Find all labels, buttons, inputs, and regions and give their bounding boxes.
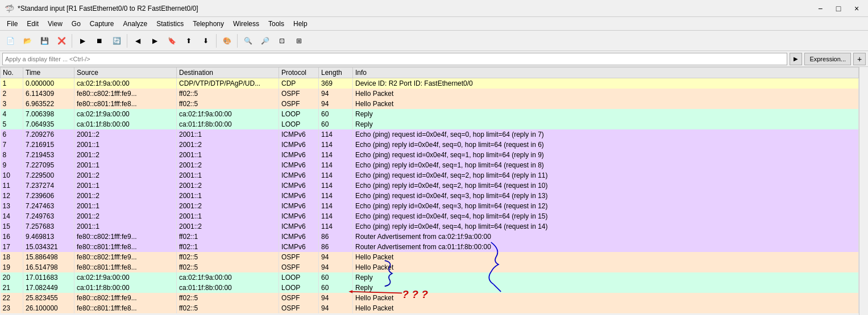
packet-destination: ca:02:1f:9a:00:00 <box>177 109 279 119</box>
add-filter-button[interactable]: + <box>853 53 866 65</box>
expression-button[interactable]: Expression... <box>804 53 851 65</box>
table-row[interactable]: 26.114309fe80::c802:1fff:fe9...ff02::5OS… <box>1 89 859 99</box>
packet-protocol: CDP <box>279 78 319 89</box>
packet-length: 114 <box>319 170 353 180</box>
packet-no: 5 <box>1 119 23 129</box>
colorize-button[interactable]: 🎨 <box>219 33 235 49</box>
packet-length: 114 <box>319 129 353 140</box>
packet-protocol: OSPF <box>279 99 319 109</box>
table-row[interactable]: 137.2474632001::12001::2ICMPv6114Echo (p… <box>1 201 859 211</box>
menu-item-tools[interactable]: Tools <box>264 19 289 29</box>
header-protocol[interactable]: Protocol <box>279 68 319 78</box>
packet-no: 3 <box>1 99 23 109</box>
menu-item-edit[interactable]: Edit <box>22 19 43 29</box>
table-row[interactable]: 2117.082449ca:01:1f:8b:00:00ca:01:1f:8b:… <box>1 283 859 293</box>
packet-table-container[interactable]: No. Time Source Destination Protocol Len… <box>0 67 859 314</box>
next-packet-button[interactable]: ⬇ <box>198 33 214 49</box>
header-no[interactable]: No. <box>1 68 23 78</box>
menu-item-analyze[interactable]: Analyze <box>119 19 152 29</box>
table-row[interactable]: 1815.886498fe80::c802:1fff:fe9...ff02::5… <box>1 252 859 262</box>
zoom-in-button[interactable]: 🔍 <box>240 33 256 49</box>
table-row[interactable]: 117.2372742001::12001::2ICMPv6114Echo (p… <box>1 180 859 191</box>
table-row[interactable]: 2225.823455fe80::c802:1fff:fe9...ff02::5… <box>1 293 859 303</box>
table-row[interactable]: 147.2497632001::22001::1ICMPv6114Echo (p… <box>1 211 859 221</box>
packet-no: 18 <box>1 252 23 262</box>
packet-length: 114 <box>319 160 353 170</box>
table-row[interactable]: 87.2194532001::22001::1ICMPv6114Echo (pi… <box>1 150 859 160</box>
packet-length: 369 <box>319 78 353 89</box>
table-header-row: No. Time Source Destination Protocol Len… <box>1 68 859 78</box>
table-row[interactable]: 157.2576832001::12001::2ICMPv6114Echo (p… <box>1 221 859 232</box>
table-row[interactable]: 169.469813fe80::c802:1fff:fe9...ff02::1I… <box>1 232 859 242</box>
restart-capture-button[interactable]: 🔄 <box>109 33 124 49</box>
menu-item-statistics[interactable]: Statistics <box>152 19 188 29</box>
packet-protocol: ICMPv6 <box>279 170 319 180</box>
menu-item-telephony[interactable]: Telephony <box>188 19 229 29</box>
packet-no: 9 <box>1 160 23 170</box>
packet-info: Router Advertisement from ca:02:1f:9a:00… <box>353 232 859 242</box>
packet-info: Echo (ping) reply id=0x0e4f, seq=1, hop … <box>353 160 859 170</box>
go-to-packet-button[interactable]: 🔖 <box>164 33 180 49</box>
header-source[interactable]: Source <box>74 68 177 78</box>
prev-packet-button[interactable]: ⬆ <box>181 33 197 49</box>
packet-time: 16.514798 <box>23 262 74 272</box>
close-button[interactable]: × <box>850 3 863 14</box>
table-row[interactable]: 67.2092762001::22001::1ICMPv6114Echo (pi… <box>1 129 859 140</box>
table-row[interactable]: 107.2295002001::22001::1ICMPv6114Echo (p… <box>1 170 859 180</box>
packet-info: Router Advertisement from ca:01:1f:8b:00… <box>353 242 859 252</box>
close-file-button[interactable]: ❌ <box>53 33 69 49</box>
table-row[interactable]: 36.963522fe80::c801:1fff:fe8...ff02::5OS… <box>1 99 859 109</box>
packet-source: ca:02:1f:9a:00:00 <box>74 272 177 283</box>
zoom-out-button[interactable]: 🔎 <box>257 33 273 49</box>
table-row[interactable]: 127.2396062001::22001::1ICMPv6114Echo (p… <box>1 191 859 201</box>
menu-item-file[interactable]: File <box>2 19 22 29</box>
filter-apply-button[interactable]: ▶ <box>790 53 802 65</box>
header-length[interactable]: Length <box>319 68 353 78</box>
header-info[interactable]: Info <box>353 68 859 78</box>
table-row[interactable]: 47.006398ca:02:1f:9a:00:00ca:02:1f:9a:00… <box>1 109 859 119</box>
packet-protocol: ICMPv6 <box>279 160 319 170</box>
header-destination[interactable]: Destination <box>177 68 279 78</box>
display-filter-input[interactable] <box>2 53 787 65</box>
menu-item-view[interactable]: View <box>43 19 67 29</box>
back-button[interactable]: ◀ <box>130 33 146 49</box>
packet-protocol: OSPF <box>279 303 319 313</box>
filter-bar: ▶ Expression... + <box>0 51 868 67</box>
start-capture-button[interactable]: ▶ <box>74 33 90 49</box>
packet-time: 7.247463 <box>23 201 74 211</box>
stop-capture-button[interactable]: ⏹ <box>92 33 107 49</box>
title-bar: 🦈 *Standard input [R1 FastEthernet0/0 to… <box>0 0 868 17</box>
table-row[interactable]: 57.064935ca:01:1f:8b:00:00ca:01:1f:8b:00… <box>1 119 859 129</box>
table-row[interactable]: 77.2169152001::12001::2ICMPv6114Echo (pi… <box>1 140 859 150</box>
packet-time: 0.000000 <box>23 78 74 89</box>
save-button[interactable]: 💾 <box>36 33 52 49</box>
menu-item-help[interactable]: Help <box>289 19 312 29</box>
table-row[interactable]: 97.2270952001::12001::2ICMPv6114Echo (pi… <box>1 160 859 170</box>
table-row[interactable]: 1916.514798fe80::c801:1fff:fe8...ff02::5… <box>1 262 859 272</box>
packet-info: Echo (ping) reply id=0x0e4f, seq=3, hop … <box>353 201 859 211</box>
packet-no: 10 <box>1 170 23 180</box>
open-button[interactable]: 📂 <box>19 33 35 49</box>
zoom-normal-button[interactable]: ⊡ <box>274 33 290 49</box>
forward-button[interactable]: ▶ <box>147 33 163 49</box>
vertical-scrollbar[interactable] <box>859 67 868 315</box>
packet-time: 7.237274 <box>23 180 74 191</box>
minimize-button[interactable]: − <box>813 3 827 14</box>
table-row[interactable]: 2326.100000fe80::c801:1fff:fe8...ff02::5… <box>1 303 859 313</box>
new-file-button[interactable]: 📄 <box>2 33 18 49</box>
packet-no: 1 <box>1 78 23 89</box>
packet-time: 15.034321 <box>23 242 74 252</box>
menu-item-wireless[interactable]: Wireless <box>229 19 264 29</box>
table-row[interactable]: 1715.034321fe80::c801:1fff:fe8...ff02::1… <box>1 242 859 252</box>
menu-item-go[interactable]: Go <box>67 19 85 29</box>
packet-destination: 2001::1 <box>177 211 279 221</box>
packet-source: 2001::2 <box>74 191 177 201</box>
maximize-button[interactable]: □ <box>832 3 845 14</box>
packet-source: fe80::c802:1fff:fe9... <box>74 293 177 303</box>
table-row[interactable]: 2017.011683ca:02:1f:9a:00:00ca:02:1f:9a:… <box>1 272 859 283</box>
resize-columns-button[interactable]: ⊞ <box>291 33 307 49</box>
table-row[interactable]: 10.000000ca:02:1f:9a:00:00CDP/VTP/DTP/PA… <box>1 78 859 89</box>
packet-time: 7.257683 <box>23 221 74 232</box>
header-time[interactable]: Time <box>23 68 74 78</box>
menu-item-capture[interactable]: Capture <box>85 19 119 29</box>
